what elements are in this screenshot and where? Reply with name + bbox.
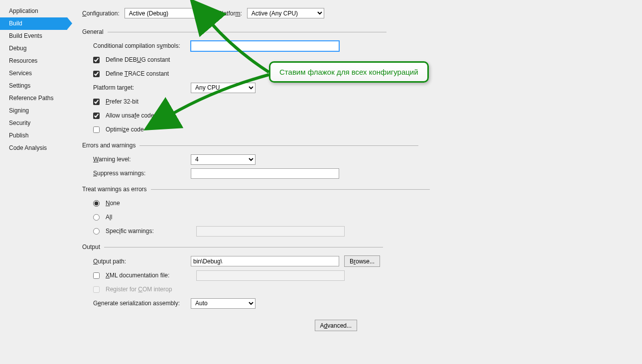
sidebar-item-code-analysis[interactable]: Code Analysis (0, 142, 67, 154)
warning-level-select[interactable]: 4 (191, 154, 256, 165)
section-general: General (82, 28, 632, 35)
cond-symbols-label: Conditional compilation symbols: (93, 42, 191, 49)
output-path-input[interactable] (191, 256, 339, 266)
output-path-label: Output path: (93, 258, 191, 265)
prefer-32bit-checkbox[interactable] (93, 99, 100, 105)
platform-target-label: Platform target: (93, 84, 191, 91)
main-panel: Configuration: Active (Debug) Platform: … (67, 0, 642, 364)
define-debug-label: Define DEBUG constant (106, 56, 170, 63)
section-output: Output (82, 243, 632, 250)
sidebar-item-publish[interactable]: Publish (0, 129, 67, 142)
configuration-label: Configuration: (82, 10, 120, 17)
treat-all-radio[interactable] (93, 214, 100, 221)
suppress-warnings-label: Suppress warnings: (93, 170, 191, 177)
define-trace-checkbox[interactable] (93, 71, 100, 77)
treat-specific-label: Specific warnings: (106, 228, 193, 235)
treat-specific-input (196, 226, 345, 237)
sidebar-item-settings[interactable]: Settings (0, 80, 67, 92)
allow-unsafe-checkbox[interactable] (93, 113, 100, 119)
xml-doc-checkbox[interactable] (93, 272, 100, 279)
allow-unsafe-label: Allow unsafe code (106, 112, 154, 119)
section-errors: Errors and warnings (82, 142, 632, 149)
optimize-code-checkbox[interactable] (93, 126, 100, 133)
treat-none-label: None (106, 200, 120, 207)
advanced-button[interactable]: Advanced... (315, 320, 357, 331)
xml-doc-input (196, 270, 345, 281)
sidebar-item-application[interactable]: Application (0, 5, 67, 17)
sidebar-item-build[interactable]: Build (0, 17, 67, 30)
sidebar-item-reference-paths[interactable]: Reference Paths (0, 92, 67, 105)
section-treat: Treat warnings as errors (82, 186, 632, 193)
prefer-32bit-label: Prefer 32-bit (106, 98, 138, 105)
treat-specific-radio[interactable] (93, 228, 100, 235)
sidebar-item-debug[interactable]: Debug (0, 42, 67, 55)
define-trace-label: Define TRACE constant (106, 70, 169, 77)
platform-target-select[interactable]: Any CPU (191, 83, 256, 93)
treat-all-label: All (106, 214, 112, 221)
browse-button[interactable]: Browse... (344, 255, 380, 267)
optimize-code-label: Optimize code (106, 126, 144, 133)
com-interop-label: Register for COM interop (106, 286, 172, 293)
xml-doc-label: XML documentation file: (106, 272, 193, 279)
warning-level-label: Warning level: (93, 156, 191, 163)
suppress-warnings-input[interactable] (191, 168, 339, 179)
sidebar-item-signing[interactable]: Signing (0, 105, 67, 117)
sidebar-item-resources[interactable]: Resources (0, 55, 67, 67)
gen-serialization-select[interactable]: Auto (191, 298, 256, 309)
define-debug-checkbox[interactable] (93, 57, 100, 63)
cond-symbols-input[interactable] (191, 41, 339, 51)
platform-label: Platform: (218, 10, 242, 17)
gen-serialization-label: Generate serialization assembly: (93, 300, 191, 307)
sidebar-item-security[interactable]: Security (0, 117, 67, 129)
sidebar-item-services[interactable]: Services (0, 67, 67, 80)
com-interop-checkbox (93, 286, 100, 293)
configuration-select[interactable]: Active (Debug) (125, 8, 204, 18)
sidebar-item-build-events[interactable]: Build Events (0, 30, 67, 42)
platform-select[interactable]: Active (Any CPU) (247, 8, 324, 18)
treat-none-radio[interactable] (93, 200, 100, 207)
sidebar: Application Build Build Events Debug Res… (0, 0, 67, 364)
